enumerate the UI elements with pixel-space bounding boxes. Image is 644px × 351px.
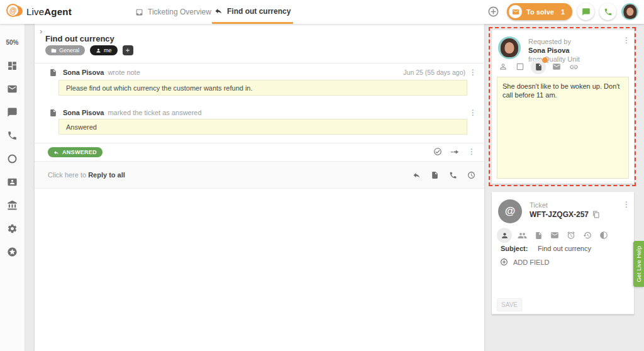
dashboard-icon xyxy=(7,60,18,71)
tag-me[interactable]: me xyxy=(90,45,118,55)
divider xyxy=(35,63,484,64)
ticket-menu-icon[interactable] xyxy=(623,201,630,208)
notes-tab-active-icon[interactable] xyxy=(531,59,546,74)
tag-general-label: General xyxy=(59,47,79,53)
schedule-icon[interactable] xyxy=(467,171,475,179)
ticket-title: Find out currency xyxy=(45,34,114,43)
tab-find-out-currency[interactable]: Find out currency xyxy=(212,0,293,24)
subject-row: Subject: Find out currency xyxy=(501,245,628,252)
reply-prompt-action: Reply to all xyxy=(88,171,125,179)
collapse-chevron-icon[interactable] xyxy=(40,26,42,36)
status-badge[interactable]: ANSWERED xyxy=(48,147,103,157)
sidebar-item-settings[interactable] xyxy=(0,217,25,240)
plus-icon xyxy=(125,47,131,53)
group-icon[interactable] xyxy=(516,229,528,242)
sidebar-item-dashboard[interactable] xyxy=(0,54,25,77)
sidebar-item-status[interactable] xyxy=(0,147,25,170)
transfer-icon[interactable] xyxy=(450,147,460,157)
tab-ticketing-overview[interactable]: Ticketing Overview xyxy=(135,0,211,24)
add-tag-button[interactable] xyxy=(123,45,133,55)
bank-icon xyxy=(7,200,18,211)
resolve-check-icon[interactable] xyxy=(433,147,442,156)
history-icon[interactable] xyxy=(581,229,594,242)
event-menu-icon[interactable] xyxy=(469,69,477,76)
note-icon xyxy=(49,69,57,77)
call-icon[interactable] xyxy=(449,171,457,179)
mail-icon xyxy=(7,84,18,94)
sidebar-item-calls[interactable] xyxy=(0,124,25,147)
usage-percent: 50% xyxy=(6,39,18,54)
add-note-icon[interactable] xyxy=(431,171,439,179)
phone-button[interactable] xyxy=(599,3,616,20)
sidebar-item-upgrade[interactable] xyxy=(0,240,25,264)
tab-ticket-label: Find out currency xyxy=(227,7,291,16)
note-icon[interactable] xyxy=(532,229,545,242)
chat-button[interactable] xyxy=(577,3,594,20)
divider xyxy=(35,143,484,143)
answered-body: Answered xyxy=(58,119,467,135)
top-bar: LiveAgent Ticketing Overview Find out cu… xyxy=(0,0,644,24)
status-actions xyxy=(433,147,475,157)
requester-tabs xyxy=(497,59,580,74)
sidebar-item-contacts[interactable] xyxy=(0,170,25,194)
event-menu-icon[interactable] xyxy=(469,109,477,116)
chat-icon xyxy=(7,107,18,118)
event-date: Jun 25 (55 days ago) xyxy=(403,69,465,76)
sidebar-item-billing[interactable] xyxy=(0,194,25,217)
customer-note-textarea[interactable]: She doesn't like to be woken up. Don't c… xyxy=(497,77,629,179)
event-note-header: Sona Pisova wrote note Jun 25 (55 days a… xyxy=(49,67,477,77)
person-icon[interactable] xyxy=(497,60,509,73)
notification-dot xyxy=(542,57,548,63)
contrast-icon[interactable] xyxy=(597,229,610,242)
mail-icon[interactable] xyxy=(548,229,561,242)
ticket-tabs xyxy=(497,228,610,243)
copy-icon[interactable] xyxy=(592,211,600,218)
tag-general[interactable]: General xyxy=(45,45,85,55)
liveagent-logo-icon xyxy=(6,4,22,20)
logo-live: Live xyxy=(26,6,44,17)
chat-icon xyxy=(582,8,591,16)
to-solve-button[interactable]: To solve 1 xyxy=(507,3,572,20)
contact-card-icon xyxy=(7,177,18,187)
card-icon[interactable] xyxy=(514,60,526,73)
save-button[interactable]: SAVE xyxy=(497,298,522,311)
reply-icon[interactable] xyxy=(413,171,421,179)
logo-agent: Agent xyxy=(44,6,72,17)
add-field-button[interactable]: ADD FIELD xyxy=(500,258,549,266)
reply-icon xyxy=(53,150,59,155)
add-button[interactable] xyxy=(485,3,502,20)
subject-value: Find out currency xyxy=(538,245,591,252)
sidebar-item-chat[interactable] xyxy=(0,101,25,124)
event-answered-header: Sona Pisova marked the ticket as answere… xyxy=(49,108,477,118)
phone-icon xyxy=(604,8,613,16)
link-icon[interactable] xyxy=(567,60,580,73)
more-options-icon[interactable] xyxy=(468,148,475,155)
reply-to-all-row[interactable]: Click here to Reply to all xyxy=(35,162,484,189)
liveagent-logo[interactable]: LiveAgent xyxy=(6,4,72,20)
requester-name: Sona Pisova xyxy=(528,46,580,55)
mail-icon[interactable] xyxy=(550,60,563,73)
reply-icon xyxy=(214,7,223,15)
save-label: SAVE xyxy=(501,301,518,308)
requested-by-label: Requested by xyxy=(528,37,580,46)
ticket-label: Ticket xyxy=(530,201,548,209)
ticket-avatar-icon xyxy=(498,199,522,223)
folder-icon xyxy=(51,48,57,53)
note-body: Please find out which currency the custo… xyxy=(58,80,467,96)
event-action: marked the ticket as answered xyxy=(108,109,201,116)
ticket-code-row: WFT-JZQGX-257 xyxy=(530,210,600,219)
ticket-code: WFT-JZQGX-257 xyxy=(530,210,589,219)
logo-at-icon xyxy=(6,4,19,17)
user-avatar[interactable] xyxy=(621,3,638,20)
alarm-icon[interactable] xyxy=(565,229,577,242)
sidebar-item-mail[interactable] xyxy=(0,77,25,101)
requester-avatar[interactable] xyxy=(498,36,521,59)
get-live-help-tab[interactable]: Get Live Help xyxy=(633,241,644,287)
requester-panel: Requested by Sona Pisova from Quality Un… xyxy=(492,30,634,184)
ticket-main-panel: Find out currency General me Sona Pisova… xyxy=(35,24,484,351)
requester-menu-icon[interactable] xyxy=(623,36,630,44)
note-icon xyxy=(49,109,57,117)
plus-circle-icon xyxy=(487,6,499,18)
event-action: wrote note xyxy=(108,69,140,76)
person-tab-active-icon[interactable] xyxy=(497,228,512,243)
